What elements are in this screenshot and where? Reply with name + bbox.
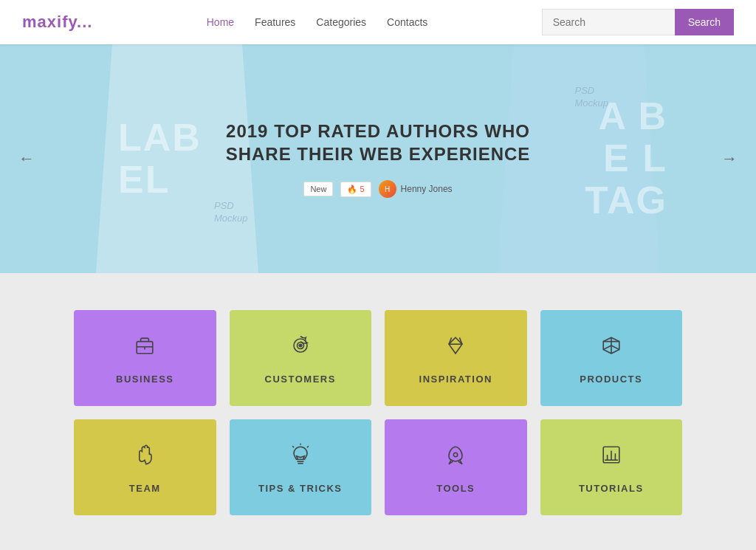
nav-features[interactable]: Features <box>255 16 295 28</box>
svg-line-14 <box>611 346 619 349</box>
hero-arrow-right[interactable]: → <box>721 149 738 168</box>
hero-section: LAB EL PSD Mockup A B E L TAG PSD Mockup… <box>0 44 756 273</box>
hero-bg-text-right: A B E L TAG <box>585 95 667 222</box>
chart-icon <box>598 441 625 474</box>
categories-grid: BUSINESS CUSTOMERS INSPIRATION PRODUCTS … <box>74 310 682 515</box>
logo-text: maxify <box>22 13 77 31</box>
hero-content: 2019 TOP RATED AUTHORS WHO SHARE THEIR W… <box>226 120 531 198</box>
category-label-tips-tricks: TIPS & TRICKS <box>258 483 342 494</box>
category-card-tutorials[interactable]: TUTORIALS <box>540 419 683 515</box>
svg-point-5 <box>299 344 302 347</box>
lightbulb-icon <box>287 441 314 474</box>
category-label-tutorials: TUTORIALS <box>579 483 644 494</box>
svg-line-19 <box>307 446 309 447</box>
cube-icon <box>598 332 625 365</box>
category-card-business[interactable]: BUSINESS <box>74 310 216 406</box>
badge-fire: 🔥 5 <box>340 182 371 197</box>
hero-arrow-left[interactable]: ← <box>18 149 35 168</box>
category-label-products: PRODUCTS <box>580 374 642 385</box>
category-card-products[interactable]: PRODUCTS <box>540 310 683 406</box>
rocket-icon <box>442 441 469 474</box>
svg-line-18 <box>292 446 294 447</box>
search-area: Search <box>542 9 734 35</box>
logo-dots: ... <box>77 13 92 31</box>
category-label-business: BUSINESS <box>116 374 173 385</box>
main-nav: Home Features Categories Contacts <box>207 16 428 28</box>
nav-home[interactable]: Home <box>207 16 234 28</box>
psd-label-right: PSD Mockup <box>574 85 608 110</box>
category-label-customers: CUSTOMERS <box>265 374 336 385</box>
category-card-team[interactable]: TEAM <box>74 419 216 515</box>
category-card-customers[interactable]: CUSTOMERS <box>230 310 372 406</box>
svg-point-20 <box>454 453 458 456</box>
svg-line-13 <box>603 346 611 349</box>
hero-meta: New 🔥 5 H Henny Jones <box>226 180 531 198</box>
category-label-inspiration: INSPIRATION <box>419 374 492 385</box>
category-card-tips-tricks[interactable]: TIPS & TRICKS <box>230 419 372 515</box>
nav-categories[interactable]: Categories <box>316 16 366 28</box>
categories-section: BUSINESS CUSTOMERS INSPIRATION PRODUCTS … <box>0 273 756 550</box>
author-avatar: H <box>379 180 396 198</box>
category-label-tools: TOOLS <box>436 483 475 494</box>
briefcase-icon <box>131 332 158 365</box>
hand-icon <box>131 441 158 474</box>
category-card-tools[interactable]: TOOLS <box>385 419 527 515</box>
badge-new: New <box>303 182 333 196</box>
hero-bg-text-left: LAB EL <box>118 117 202 201</box>
search-button[interactable]: Search <box>675 9 734 35</box>
nav-contacts[interactable]: Contacts <box>387 16 427 28</box>
diamond-icon <box>442 332 469 365</box>
logo: maxify... <box>22 13 92 32</box>
category-label-team: TEAM <box>129 483 161 494</box>
author-info: H Henny Jones <box>379 180 453 198</box>
psd-label-left: PSD Mockup <box>214 200 248 225</box>
target-icon <box>287 332 314 365</box>
search-input[interactable] <box>542 9 675 35</box>
header: maxify... Home Features Categories Conta… <box>0 0 756 44</box>
hero-title: 2019 TOP RATED AUTHORS WHO SHARE THEIR W… <box>226 120 531 165</box>
author-name: Henny Jones <box>401 184 453 194</box>
category-card-inspiration[interactable]: INSPIRATION <box>385 310 527 406</box>
